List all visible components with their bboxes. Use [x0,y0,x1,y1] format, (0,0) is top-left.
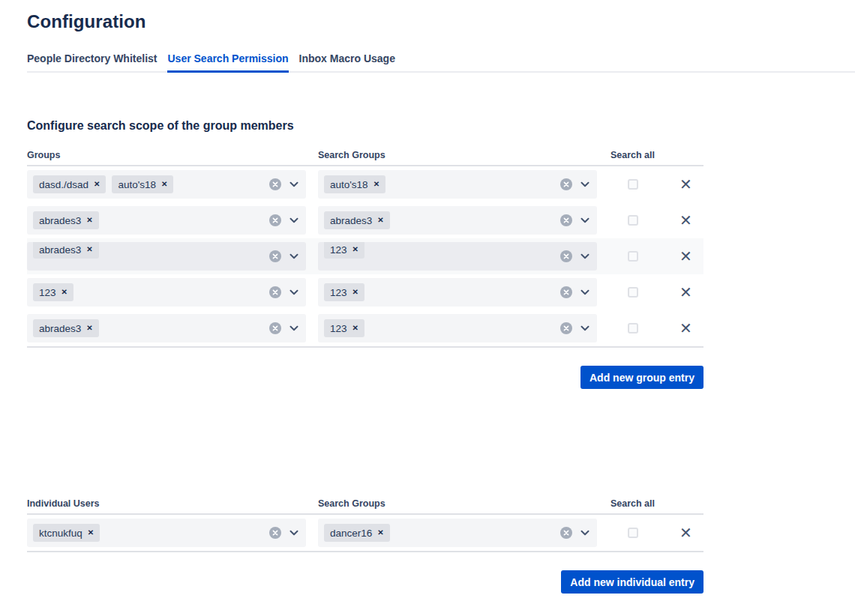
search-all-checkbox[interactable] [628,287,638,298]
chevron-down-icon[interactable] [290,530,298,536]
clear-all-icon[interactable] [560,250,572,262]
chevron-down-icon[interactable] [290,217,298,223]
chip-label: dancer16 [330,528,372,539]
selected-value-chip: auto's18 ✕ [112,175,173,193]
tab-bar: People Directory Whitelist User Search P… [27,51,855,73]
selected-value-chip: auto's18 ✕ [324,175,386,193]
groups-multiselect[interactable]: dasd./dsad ✕ auto's18 ✕ [27,170,306,199]
clear-all-icon[interactable] [269,214,281,226]
groups-multiselect[interactable]: abrades3 ✕ [27,242,306,271]
selected-values: dasd./dsad ✕ auto's18 ✕ [33,175,173,193]
groups-multiselect[interactable]: abrades3 ✕ [27,314,306,342]
groups-multiselect[interactable]: 123 ✕ [27,278,306,307]
groups-multiselect[interactable]: abrades3 ✕ [27,206,306,235]
selected-values: auto's18 ✕ [324,175,386,193]
selected-value-chip: 123 ✕ [324,319,364,337]
tab-people-directory-whitelist[interactable]: People Directory Whitelist [27,51,157,73]
chevron-down-icon[interactable] [580,325,590,331]
remove-value-icon[interactable]: ✕ [94,181,100,188]
remove-value-icon[interactable]: ✕ [377,217,383,224]
delete-row-button[interactable]: ✕ [680,285,692,300]
chevron-down-icon[interactable] [290,253,298,259]
individual-table-header: Individual Users Search Groups Search al… [27,498,704,515]
individual-users-multiselect[interactable]: ktcnukfuq ✕ [27,519,306,547]
tab-inbox-macro-usage[interactable]: Inbox Macro Usage [299,51,395,73]
remove-value-icon[interactable]: ✕ [352,246,358,253]
search-all-checkbox[interactable] [628,179,638,190]
table-row: dasd./dsad ✕ auto's18 ✕ auto's18 ✕ [27,166,704,202]
chevron-down-icon[interactable] [580,253,590,259]
selected-value-chip: ktcnukfuq ✕ [33,524,100,542]
clear-all-icon[interactable] [560,527,572,539]
chip-label: ktcnukfuq [39,528,82,539]
tab-user-search-permission[interactable]: User Search Permission [167,51,288,73]
selected-values: 123 ✕ [324,283,364,301]
search-groups-multiselect[interactable]: abrades3 ✕ [318,206,597,235]
clear-all-icon[interactable] [269,286,281,298]
remove-value-icon[interactable]: ✕ [86,217,92,224]
clear-all-icon[interactable] [560,286,572,298]
remove-value-icon[interactable]: ✕ [62,289,68,296]
chip-label: auto's18 [118,179,156,190]
delete-row-button[interactable]: ✕ [680,249,692,264]
search-groups-multiselect[interactable]: 123 ✕ [318,314,597,342]
remove-value-icon[interactable]: ✕ [86,324,92,332]
search-groups-multiselect[interactable]: dancer16 ✕ [318,519,597,547]
column-header-search-groups: Search Groups [318,498,597,510]
chevron-down-icon[interactable] [580,530,590,536]
delete-row-button[interactable]: ✕ [680,177,692,192]
selected-values: abrades3 ✕ [33,211,99,229]
remove-value-icon[interactable]: ✕ [161,181,167,188]
chip-label: abrades3 [39,244,81,256]
clear-all-icon[interactable] [269,322,281,334]
chip-label: abrades3 [330,215,372,226]
add-individual-entry-button[interactable]: Add new individual entry [561,570,704,594]
search-all-checkbox[interactable] [628,251,638,262]
table-row: abrades3 ✕ abrades3 ✕ [27,202,704,238]
chevron-down-icon[interactable] [580,181,590,187]
chip-label: abrades3 [39,215,81,226]
clear-all-icon[interactable] [560,178,572,190]
chevron-down-icon[interactable] [290,325,298,331]
chevron-down-icon[interactable] [290,289,298,295]
individual-permissions-section: Individual Users Search Groups Search al… [27,498,704,594]
delete-row-button[interactable]: ✕ [680,321,692,336]
delete-row-button[interactable]: ✕ [680,525,692,540]
remove-value-icon[interactable]: ✕ [352,289,358,296]
clear-all-icon[interactable] [269,527,281,539]
search-groups-multiselect[interactable]: 123 ✕ [318,278,597,307]
clear-all-icon[interactable] [560,214,572,226]
selected-value-chip: abrades3 ✕ [33,211,99,229]
search-all-checkbox[interactable] [628,323,638,333]
remove-value-icon[interactable]: ✕ [88,529,94,537]
column-header-search-groups: Search Groups [318,150,597,161]
clear-all-icon[interactable] [269,250,281,262]
chip-label: 123 [39,287,56,298]
remove-value-icon[interactable]: ✕ [86,246,92,253]
search-groups-multiselect[interactable]: 123 ✕ [318,242,597,271]
chevron-down-icon[interactable] [580,217,590,223]
table-row: 123 ✕ 123 ✕ [27,274,704,310]
remove-value-icon[interactable]: ✕ [374,181,380,188]
selected-values: ktcnukfuq ✕ [33,524,100,542]
search-all-checkbox[interactable] [628,528,638,538]
clear-all-icon[interactable] [269,178,281,190]
groups-table-body: dasd./dsad ✕ auto's18 ✕ auto's18 ✕ [27,166,704,348]
add-group-entry-button[interactable]: Add new group entry [580,366,704,389]
chevron-down-icon[interactable] [290,181,298,187]
column-header-actions [668,150,704,161]
chevron-down-icon[interactable] [580,289,590,295]
groups-table: Groups Search Groups Search all dasd./ds… [27,150,704,348]
table-row: ktcnukfuq ✕ dancer16 ✕ [27,515,704,551]
selected-values: abrades3 ✕ [33,247,99,265]
remove-value-icon[interactable]: ✕ [352,324,358,332]
delete-row-button[interactable]: ✕ [680,213,692,228]
chip-label: dasd./dsad [39,179,88,190]
search-all-checkbox[interactable] [628,215,638,226]
remove-value-icon[interactable]: ✕ [377,529,383,537]
selected-values: abrades3 ✕ [324,211,390,229]
clear-all-icon[interactable] [560,322,572,334]
selected-values: abrades3 ✕ [33,319,99,337]
selected-value-chip: abrades3 ✕ [33,242,99,259]
search-groups-multiselect[interactable]: auto's18 ✕ [318,170,597,199]
